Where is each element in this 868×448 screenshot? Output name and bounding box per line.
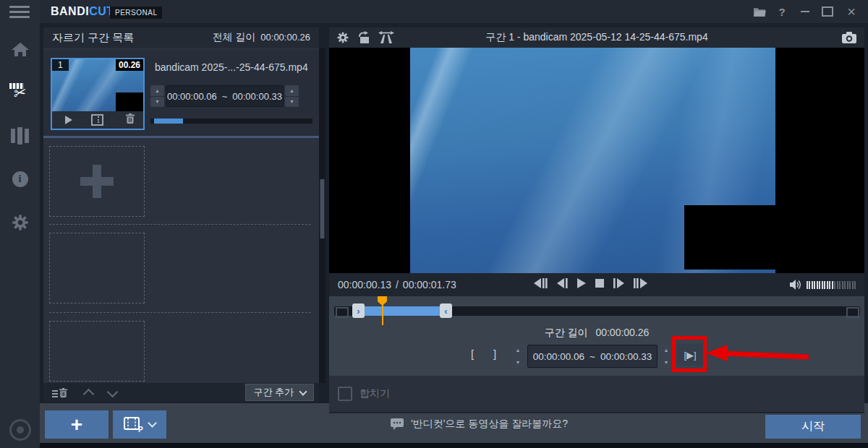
trash-icon[interactable]	[126, 113, 135, 126]
empty-segment-slot-1[interactable]	[49, 146, 145, 217]
play-icon[interactable]	[65, 116, 72, 124]
move-down-icon[interactable]	[107, 386, 119, 397]
timeline-start-marker[interactable]	[336, 307, 349, 318]
set-start-bracket-button[interactable]: [	[471, 348, 474, 360]
add-segment-button[interactable]: 구간 추가	[245, 384, 314, 401]
spin-up-icon[interactable]: ▲	[659, 345, 673, 356]
prev-keyframe-button[interactable]	[534, 278, 548, 288]
segment-progress-fill	[154, 119, 183, 124]
segment-duration-badge: 00.26	[116, 59, 143, 71]
info-icon[interactable]: i	[0, 167, 40, 191]
speech-bubble-icon	[391, 418, 404, 431]
spin-down-icon[interactable]: ▼	[150, 97, 164, 108]
set-end-bracket-button[interactable]: ]	[493, 348, 496, 360]
stop-button[interactable]	[595, 278, 604, 288]
cut-list-header: 자르기 구간 목록 전체 길이 00:00:00.26	[43, 27, 319, 48]
chevron-down-icon	[299, 387, 307, 395]
segment-length-label: 구간 길이	[545, 327, 588, 338]
minimize-button[interactable]	[796, 0, 814, 23]
playback-bar: 00:00:00.13 / 00:00:01.73	[329, 273, 864, 296]
logo-text-primary: BANDI	[51, 5, 89, 17]
film-p-icon: P	[124, 417, 143, 433]
range-tilde: ~	[222, 91, 228, 102]
hint-message: '반디컷'으로 동영상을 잘라볼까요?	[391, 418, 568, 431]
merge-label: 합치기	[359, 387, 390, 400]
cut-list-footer: 구간 추가	[43, 383, 319, 402]
open-folder-icon[interactable]	[749, 0, 770, 23]
play-button[interactable]	[577, 278, 586, 288]
selection-range-bar[interactable]	[364, 306, 441, 316]
segment-range-field[interactable]: 00:00:00.06 ~ 00:00:00.33	[166, 85, 284, 107]
cut-tool-icon[interactable]: ✂	[0, 80, 40, 105]
selection-end-handle[interactable]: ‹	[440, 303, 452, 318]
segment-length: 구간 길이 00:00:00.26	[329, 327, 864, 340]
playback-time: 00:00:00.13 / 00:00:01.73	[338, 279, 456, 290]
move-up-icon[interactable]	[83, 388, 95, 400]
close-button[interactable]: ×	[841, 0, 861, 23]
selection-start-handle[interactable]: ›	[352, 303, 365, 318]
total-length-label: 전체 길이	[212, 31, 255, 44]
merge-checkbox[interactable]	[338, 387, 352, 401]
menu-icon[interactable]	[9, 6, 30, 18]
help-button[interactable]: ?	[773, 0, 791, 23]
preview-title: 구간 1 - bandicam 2025-05-12 14-25-44-675.…	[329, 31, 864, 44]
range-tilde: ~	[590, 351, 595, 362]
start-button[interactable]: 시작	[765, 415, 861, 439]
segment-filename: bandicam 2025-...-25-44-675.mp4	[155, 61, 308, 73]
settings-icon[interactable]	[0, 210, 40, 235]
volume-control	[790, 280, 856, 290]
range-start: 00:00:00.06	[167, 91, 217, 102]
timeline-end-marker[interactable]	[846, 307, 859, 318]
slot-separator	[49, 312, 311, 313]
clear-list-icon[interactable]	[52, 388, 67, 397]
spin-up-icon[interactable]: ▲	[285, 85, 299, 96]
maximize-button[interactable]	[818, 0, 837, 23]
transport-controls	[534, 278, 647, 288]
bandicut-window: BANDICUT PERSONAL ? × ✂ i 자르기 구간 목록 전체 길…	[0, 0, 868, 448]
segment-number-badge: 1	[52, 59, 69, 71]
range-start: 00:00:00.06	[533, 351, 584, 362]
video-preview[interactable]	[329, 48, 864, 273]
output-format-button[interactable]: P	[113, 410, 166, 439]
split-icon[interactable]	[91, 114, 103, 126]
spin-down-icon[interactable]: ▼	[511, 357, 525, 369]
range-end: 00:00:00.33	[600, 351, 652, 362]
step-back-button[interactable]	[557, 278, 568, 288]
segment-thumbnail[interactable]: 1 00.26	[51, 58, 145, 130]
range-spinner-left: ▲ ▼	[150, 85, 164, 107]
next-keyframe-button[interactable]	[634, 278, 647, 288]
volume-meter[interactable]	[807, 281, 856, 289]
aspect-ratio-icon[interactable]	[378, 31, 394, 44]
thumbnail-black-region	[116, 92, 143, 111]
preview-settings-icon[interactable]	[336, 31, 349, 44]
segment-length-value: 00:00:00.26	[595, 327, 649, 338]
spin-up-icon[interactable]: ▲	[150, 85, 164, 96]
scissors-icon: ✂	[9, 83, 31, 103]
snapshot-camera-icon[interactable]	[841, 32, 857, 44]
empty-segment-slot-2	[49, 233, 145, 303]
video-black-region	[684, 205, 775, 270]
cut-list-title: 자르기 구간 목록	[52, 31, 134, 45]
spin-down-icon[interactable]: ▼	[285, 97, 299, 108]
home-icon[interactable]	[0, 37, 40, 61]
spin-up-icon[interactable]: ▲	[511, 345, 525, 356]
time-current: 00:00:00.13	[338, 279, 391, 290]
time-separator: /	[396, 279, 399, 290]
step-forward-button[interactable]	[613, 278, 624, 288]
range-end: 00:00:00.33	[232, 91, 282, 102]
record-icon[interactable]	[0, 418, 40, 442]
join-tool-icon[interactable]	[0, 124, 40, 148]
range-spinner-right: ▲ ▼	[659, 345, 673, 368]
info-circle-icon: i	[12, 171, 28, 187]
app-logo: BANDICUT	[51, 5, 114, 18]
list-scrollbar-thumb[interactable]	[320, 179, 325, 238]
speaker-icon[interactable]	[790, 280, 802, 290]
add-file-button[interactable]: +	[45, 410, 109, 439]
spin-down-icon[interactable]: ▼	[659, 357, 673, 369]
segment-range-field[interactable]: 00:00:00.06 ~ 00:00:00.33	[527, 345, 658, 368]
total-length: 전체 길이 00:00:00.26	[212, 31, 310, 44]
total-length-value: 00:00:00.26	[260, 32, 310, 43]
slot-separator	[49, 224, 311, 225]
empty-segment-slot-3	[49, 321, 145, 382]
rotate-icon[interactable]	[357, 31, 371, 44]
